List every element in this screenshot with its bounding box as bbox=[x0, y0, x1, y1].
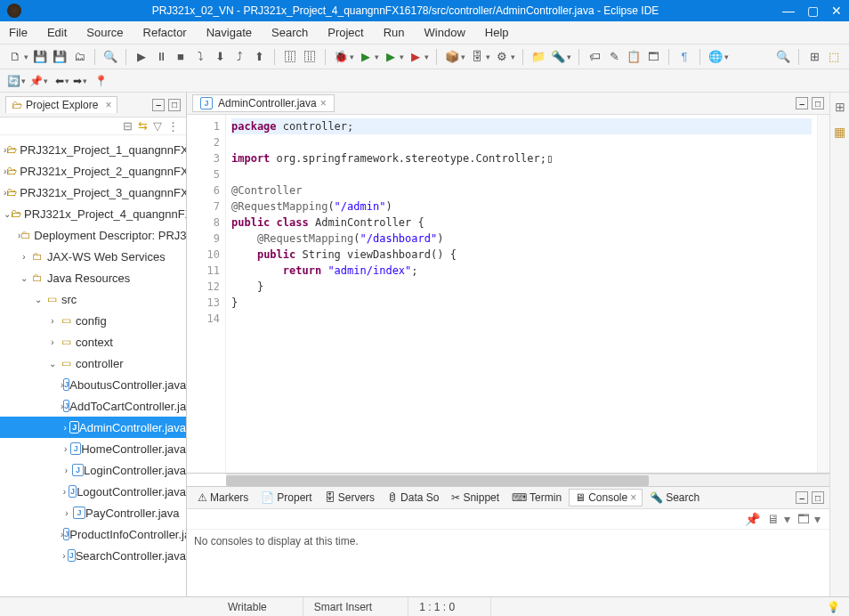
tool-icon[interactable]: 🗂 bbox=[71, 49, 87, 65]
maximize-view-icon[interactable]: □ bbox=[168, 99, 181, 111]
editor-tab-admincontroller[interactable]: AdminController.java × bbox=[192, 94, 335, 112]
menu-file[interactable]: File bbox=[9, 26, 28, 39]
filter-icon[interactable]: ▽ bbox=[153, 119, 162, 133]
menu-edit[interactable]: Edit bbox=[47, 26, 67, 39]
tree-item[interactable]: ›AddToCartController.java bbox=[0, 395, 186, 417]
save-icon[interactable]: 💾 bbox=[32, 49, 48, 65]
tab-console[interactable]: 🖥Console × bbox=[569, 489, 643, 507]
maximize-editor-icon[interactable]: □ bbox=[812, 97, 824, 109]
close-button[interactable]: ✕ bbox=[831, 4, 842, 18]
tree-item[interactable]: ›AboutusController.java bbox=[0, 374, 186, 395]
menu-search[interactable]: Search bbox=[271, 26, 308, 39]
menu-run[interactable]: Run bbox=[384, 26, 405, 39]
tree-item[interactable]: ›AdminController.java bbox=[0, 417, 186, 438]
expand-icon[interactable]: ⌄ bbox=[46, 359, 59, 369]
step-over-icon[interactable]: ⤴ bbox=[231, 49, 247, 65]
task-icon[interactable]: 🏷 bbox=[586, 49, 602, 65]
tree-item[interactable]: ›▭context bbox=[0, 331, 186, 353]
project-tree[interactable]: ›🗁PRJ321x_Project_1_quangnnFX16178›🗁PRJ3… bbox=[0, 135, 186, 596]
tree-item[interactable]: ›▭config bbox=[0, 310, 186, 331]
pin-editor-icon[interactable]: 📍 bbox=[94, 75, 108, 87]
pause-icon[interactable]: ⏸ bbox=[153, 49, 169, 65]
sync-icon[interactable]: 🔄 bbox=[7, 75, 20, 87]
close-icon[interactable]: × bbox=[320, 97, 327, 109]
close-icon[interactable]: × bbox=[105, 99, 111, 111]
tab-propert[interactable]: 📄Propert bbox=[255, 490, 317, 506]
tree-item[interactable]: ›🗁PRJ321x_Project_2_quangnnFX16178 bbox=[0, 160, 186, 182]
tip-icon[interactable]: 💡 bbox=[827, 601, 840, 613]
tab-termin[interactable]: ⌨Termin bbox=[506, 490, 567, 506]
clipboard-icon[interactable]: 📋 bbox=[626, 49, 642, 65]
java-perspective-icon[interactable]: ⬚ bbox=[826, 49, 842, 65]
expand-icon[interactable]: › bbox=[61, 508, 73, 518]
pin-console-icon[interactable]: 📌 bbox=[745, 512, 760, 526]
expand-icon[interactable]: › bbox=[61, 551, 68, 561]
tree-item[interactable]: ›🗀Deployment Descriptor: PRJ321x bbox=[0, 224, 186, 246]
quick-access-icon[interactable]: 🔍 bbox=[775, 49, 791, 65]
tree-item[interactable]: ›🗁PRJ321x_Project_1_quangnnFX16178 bbox=[0, 139, 186, 160]
maximize-button[interactable]: ▢ bbox=[807, 4, 819, 18]
tree-item[interactable]: ⌄🗁PRJ321x_Project_4_quangnnFX16178 bbox=[0, 203, 186, 224]
outline-icon[interactable]: ▦ bbox=[834, 125, 845, 139]
coverage-icon[interactable]: ▶ bbox=[383, 49, 399, 65]
browser-icon[interactable]: 🌐 bbox=[708, 49, 724, 65]
collapse-all-icon[interactable]: ⊟ bbox=[123, 119, 133, 133]
tree-item[interactable]: ›LoginController.java bbox=[0, 459, 186, 481]
restore-icon[interactable]: ⊞ bbox=[835, 100, 845, 114]
minimize-view-icon[interactable]: ‒ bbox=[152, 99, 165, 111]
step-out-icon[interactable]: ⬆ bbox=[251, 49, 267, 65]
expand-icon[interactable]: › bbox=[61, 423, 69, 433]
window-icon[interactable]: 🗔 bbox=[645, 49, 661, 65]
tree-item[interactable]: ›HomeController.java bbox=[0, 438, 186, 459]
edit-icon[interactable]: ✎ bbox=[606, 49, 622, 65]
tool-icon[interactable]: ⿲ bbox=[302, 49, 318, 65]
minimize-button[interactable]: — bbox=[782, 4, 795, 18]
tree-item[interactable]: ›🗁PRJ321x_Project_3_quangnnFX16178 bbox=[0, 182, 186, 203]
maximize-view-icon[interactable]: □ bbox=[812, 491, 824, 504]
close-icon[interactable]: × bbox=[630, 491, 636, 504]
minimize-editor-icon[interactable]: ‒ bbox=[796, 97, 808, 109]
expand-icon[interactable]: › bbox=[61, 466, 72, 475]
tool-icon[interactable]: ⚙ bbox=[494, 49, 510, 65]
menu-help[interactable]: Help bbox=[485, 26, 509, 39]
perspective-icon[interactable]: ⊞ bbox=[806, 49, 822, 65]
stop-icon[interactable]: ■ bbox=[173, 49, 189, 65]
tree-item[interactable]: ›SearchController.java bbox=[0, 545, 186, 566]
pilcrow-icon[interactable]: ¶ bbox=[676, 49, 692, 65]
pin-icon[interactable]: 📌 bbox=[29, 75, 43, 87]
tab-data so[interactable]: 🛢Data So bbox=[382, 490, 444, 506]
menu-source[interactable]: Source bbox=[86, 26, 123, 39]
search-icon[interactable]: 🔦 bbox=[550, 49, 566, 65]
expand-icon[interactable]: › bbox=[46, 337, 59, 347]
expand-icon[interactable]: › bbox=[18, 252, 30, 262]
profile-icon[interactable]: ▶ bbox=[408, 49, 424, 65]
expand-icon[interactable]: › bbox=[61, 444, 70, 454]
tree-item[interactable]: ›PayController.java bbox=[0, 502, 186, 523]
tree-item[interactable]: ›LogoutController.java bbox=[0, 481, 186, 502]
code-content[interactable]: package controller; import org.springfra… bbox=[226, 115, 817, 473]
minimize-view-icon[interactable]: ‒ bbox=[796, 491, 808, 504]
zoom-icon[interactable]: 🔍 bbox=[102, 49, 118, 65]
tree-item[interactable]: ›ProductInfoController.java bbox=[0, 523, 186, 545]
overview-ruler[interactable] bbox=[817, 115, 829, 473]
code-editor[interactable]: 123567891011121314 package controller; i… bbox=[187, 115, 829, 474]
tab-snippet[interactable]: ✂Snippet bbox=[446, 490, 505, 506]
open-type-icon[interactable]: 📁 bbox=[530, 49, 546, 65]
step-into-icon[interactable]: ⬇ bbox=[212, 49, 228, 65]
project-explorer-tab[interactable]: 🗁 Project Explore × bbox=[5, 96, 117, 113]
open-console-icon[interactable]: 🗔 bbox=[797, 512, 810, 526]
expand-icon[interactable]: ⌄ bbox=[32, 295, 44, 304]
tree-item[interactable]: ⌄▭controller bbox=[0, 353, 186, 374]
menu-project[interactable]: Project bbox=[327, 26, 363, 39]
tree-item[interactable]: ›🗀JAX-WS Web Services bbox=[0, 246, 186, 267]
run-icon[interactable]: ▶ bbox=[358, 49, 374, 65]
forward-icon[interactable]: ➡ bbox=[73, 75, 82, 87]
tree-item[interactable]: ⌄▭src bbox=[0, 288, 186, 310]
menu-navigate[interactable]: Navigate bbox=[206, 26, 252, 39]
expand-icon[interactable]: ⌄ bbox=[4, 209, 11, 219]
back-icon[interactable]: ⬅ bbox=[55, 75, 64, 87]
link-editor-icon[interactable]: ⇆ bbox=[138, 119, 148, 133]
tab-servers[interactable]: 🗄Servers bbox=[319, 490, 380, 506]
save-all-icon[interactable]: 💾 bbox=[52, 49, 68, 65]
resume-icon[interactable]: ▶ bbox=[133, 49, 150, 65]
